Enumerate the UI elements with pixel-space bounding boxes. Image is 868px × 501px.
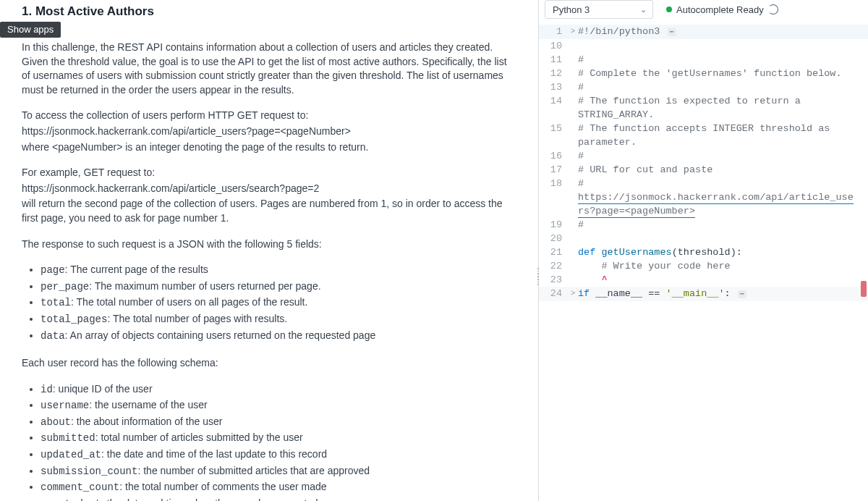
line-number: 21	[539, 245, 568, 259]
language-select[interactable]: Python 3 ⌄	[545, 0, 653, 19]
list-item: submitted: total number of articles subm…	[41, 431, 516, 446]
field-desc: : The current page of the results	[65, 264, 208, 275]
refresh-icon	[768, 4, 778, 14]
line-number: 1	[539, 25, 568, 38]
language-select-label: Python 3	[553, 4, 590, 15]
fold-toggle[interactable]: >	[568, 287, 578, 300]
autocomplete-label: Autocomplete Ready	[676, 4, 764, 15]
code-line[interactable]: 24>if __name__ == '__main__': ⋯	[539, 287, 868, 301]
schema-desc: : the date and time when the record was …	[101, 497, 318, 501]
schema-name: id	[41, 384, 53, 395]
code-text[interactable]: if __name__ == '__main__': ⋯	[578, 287, 868, 301]
schema-name: submission_count	[41, 466, 137, 477]
list-item: page: The current page of the results	[41, 263, 516, 278]
list-item: id: unique ID of the user	[41, 382, 516, 397]
line-number: 13	[539, 80, 568, 94]
code-line[interactable]: 10	[539, 39, 868, 53]
code-editor[interactable]: 1>#!/bin/python3 ⋯1011#12# Complete the …	[539, 22, 868, 501]
schema-desc: : unique ID of the user	[53, 383, 153, 395]
minimap-error-marker	[861, 281, 867, 297]
access-tail: where <pageNumber> is an integer denotin…	[22, 140, 516, 155]
line-number: 22	[539, 259, 568, 273]
code-line[interactable]: 18# https://jsonmock.hackerrank.com/api/…	[539, 177, 868, 218]
example-lead: For example, GET request to:	[22, 166, 516, 180]
code-line[interactable]: 13#	[539, 80, 868, 94]
code-line[interactable]: 11#	[539, 53, 868, 67]
code-line[interactable]: 15# The function accepts INTEGER thresho…	[539, 122, 868, 149]
list-item: data: An array of objects containing use…	[41, 329, 516, 344]
schema-list: id: unique ID of the userusername: the u…	[22, 382, 516, 501]
list-item: submission_count: the number of submitte…	[41, 464, 516, 479]
line-number: 16	[539, 149, 568, 163]
field-name: total	[41, 297, 71, 308]
schema-desc: : the date and time of the last update t…	[101, 448, 327, 460]
access-url: https://jsonmock.hackerrank.com/api/arti…	[22, 125, 516, 139]
line-number: 10	[539, 39, 568, 53]
schema-lead: Each user record has the following schem…	[22, 356, 516, 371]
schema-desc: : the username of the user	[89, 399, 207, 411]
code-text[interactable]: #	[578, 218, 868, 232]
code-line[interactable]: 19#	[539, 218, 868, 232]
schema-desc: : total number of articles submitted by …	[95, 431, 303, 443]
problem-pane[interactable]: 1. Most Active Authors Show apps In this…	[0, 0, 539, 501]
list-item: updated_at: the date and time of the las…	[41, 447, 516, 463]
schema-name: updated_at	[41, 449, 101, 460]
line-number: 14	[539, 94, 568, 108]
example-url: https://jsonmock.hackerrank.com/api/arti…	[22, 182, 516, 196]
fold-toggle[interactable]: >	[568, 25, 578, 38]
list-item: about: the about information of the user	[41, 415, 516, 430]
line-number: 18	[539, 177, 568, 190]
line-number: 12	[539, 67, 568, 80]
code-text[interactable]: #	[578, 149, 868, 163]
field-name: page	[41, 264, 65, 276]
schema-name: created_at	[41, 498, 101, 501]
line-number: 15	[539, 122, 568, 135]
field-desc: : The total number of pages with results…	[107, 313, 287, 324]
line-number: 17	[539, 163, 568, 177]
schema-name: username	[41, 400, 89, 411]
show-apps-button[interactable]: Show apps	[0, 22, 61, 38]
problem-title: 1. Most Active Authors	[0, 0, 538, 23]
code-line[interactable]: 12# Complete the 'getUsernames' function…	[539, 67, 868, 80]
split-container: 1. Most Active Authors Show apps In this…	[0, 0, 868, 501]
line-number: 24	[539, 287, 568, 300]
list-item: created_at: the date and time when the r…	[41, 497, 516, 501]
code-text[interactable]: # URL for cut and paste	[578, 163, 868, 177]
field-desc: : The total number of users on all pages…	[71, 296, 307, 308]
editor-toolbar: Python 3 ⌄ Autocomplete Ready	[539, 0, 868, 22]
code-line[interactable]: 23 ^	[539, 273, 868, 287]
code-text[interactable]: # Write your code here	[578, 259, 868, 273]
code-text[interactable]: # The function accepts INTEGER threshold…	[578, 122, 868, 149]
code-line[interactable]: 17# URL for cut and paste	[539, 163, 868, 177]
code-text[interactable]: #!/bin/python3 ⋯	[578, 25, 868, 39]
field-name: per_page	[41, 281, 89, 292]
code-line[interactable]: 16#	[539, 149, 868, 163]
code-text[interactable]: # https://jsonmock.hackerrank.com/api/ar…	[578, 177, 868, 218]
code-line[interactable]: 14# The function is expected to return a…	[539, 94, 868, 122]
fields-list: page: The current page of the resultsper…	[22, 263, 516, 343]
code-text[interactable]: def getUsernames(threshold):	[578, 245, 868, 259]
intro-paragraph: In this challenge, the REST API contains…	[22, 41, 516, 97]
code-line[interactable]: 21def getUsernames(threshold):	[539, 245, 868, 259]
code-text[interactable]: #	[578, 53, 868, 67]
code-text[interactable]: # The function is expected to return a S…	[578, 94, 868, 122]
line-number: 20	[539, 232, 568, 245]
code-line[interactable]: 1>#!/bin/python3 ⋯	[539, 25, 868, 39]
example-tail: will return the second page of the colle…	[22, 197, 516, 225]
line-number: 11	[539, 53, 568, 67]
chevron-down-icon: ⌄	[640, 5, 647, 14]
code-text[interactable]: #	[578, 80, 868, 94]
list-item: username: the username of the user	[41, 398, 516, 413]
schema-desc: : the number of submitted articles that …	[137, 465, 370, 476]
list-item: comment_count: the total number of comme…	[41, 480, 516, 495]
code-text[interactable]: ^	[578, 273, 868, 287]
autocomplete-status[interactable]: Autocomplete Ready	[666, 0, 778, 19]
field-name: total_pages	[41, 313, 107, 325]
field-name: data	[41, 330, 65, 342]
code-text[interactable]: # Complete the 'getUsernames' function b…	[578, 67, 868, 80]
line-number: 23	[539, 273, 568, 287]
schema-name: about	[41, 416, 71, 428]
code-line[interactable]: 22 # Write your code here	[539, 259, 868, 273]
list-item: per_page: The maximum number of users re…	[41, 279, 516, 295]
code-line[interactable]: 20	[539, 232, 868, 245]
